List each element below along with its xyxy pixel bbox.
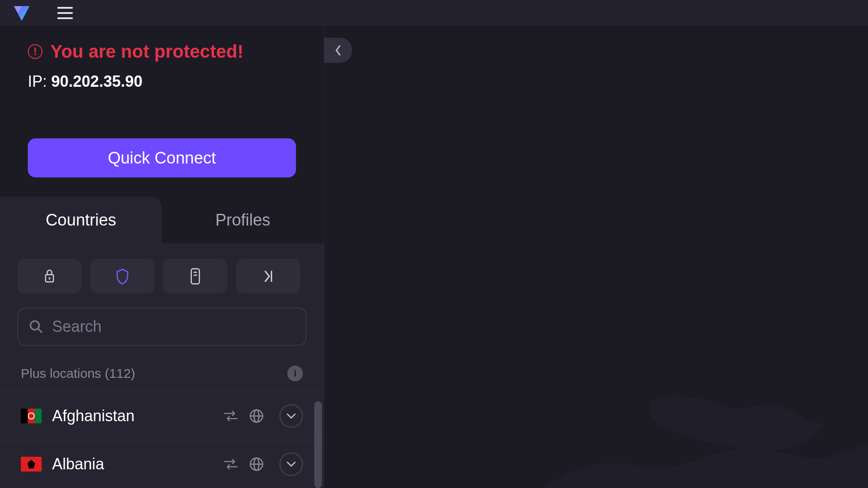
scrollbar[interactable] — [314, 401, 322, 488]
expand-button[interactable] — [279, 452, 303, 476]
protection-status: ! You are not protected! — [28, 41, 296, 62]
quick-connect-button[interactable]: Quick Connect — [28, 138, 296, 177]
sidebar: ! You are not protected! IP: 90.202.35.9… — [0, 26, 324, 488]
map-illustration — [521, 314, 868, 488]
tabs: Countries Profiles — [0, 197, 324, 243]
p2p-icon — [223, 458, 239, 470]
svg-rect-3 — [191, 269, 200, 284]
filter-row — [0, 243, 324, 294]
p2p-icon — [223, 410, 239, 422]
tab-countries[interactable]: Countries — [0, 197, 162, 243]
country-name: Albania — [52, 455, 213, 473]
collapse-sidebar-button[interactable] — [324, 38, 352, 63]
filter-secure-core[interactable] — [17, 259, 82, 294]
globe-icon — [249, 457, 264, 472]
ip-line: IP: 90.202.35.90 — [28, 72, 296, 91]
search-input[interactable] — [52, 318, 295, 336]
filter-p2p[interactable] — [163, 259, 227, 294]
titlebar — [0, 0, 868, 26]
country-list: Afghanistan Albania — [0, 392, 324, 488]
warning-icon: ! — [28, 44, 43, 59]
country-row[interactable]: Albania — [0, 440, 324, 488]
menu-button[interactable] — [57, 7, 73, 19]
ip-value: 90.202.35.90 — [51, 72, 142, 90]
flag-icon — [21, 409, 42, 423]
app-logo — [12, 3, 31, 23]
expand-button[interactable] — [279, 404, 303, 428]
globe-icon — [249, 409, 264, 423]
filter-tor[interactable] — [236, 259, 300, 294]
status-text: You are not protected! — [50, 41, 243, 62]
svg-line-8 — [38, 328, 42, 332]
search-icon — [29, 319, 43, 334]
filter-shield[interactable] — [90, 259, 155, 294]
country-name: Afghanistan — [52, 407, 213, 425]
tab-profiles[interactable]: Profiles — [162, 197, 324, 243]
search-box[interactable] — [17, 308, 306, 346]
flag-icon — [21, 457, 42, 472]
info-icon[interactable]: i — [287, 366, 303, 381]
map-area[interactable] — [324, 26, 868, 488]
ip-label: IP: — [28, 72, 51, 90]
plus-locations-label: Plus locations (112) — [21, 366, 135, 381]
country-row[interactable]: Afghanistan — [0, 392, 324, 440]
